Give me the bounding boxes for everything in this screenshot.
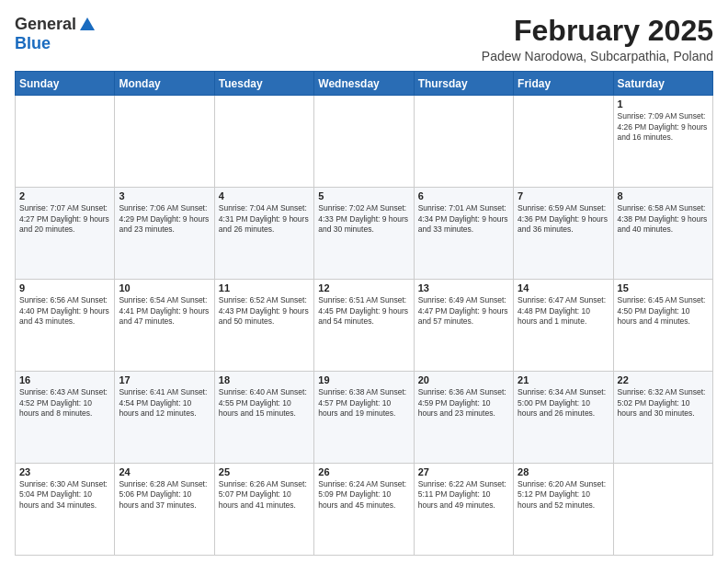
day-info: Sunrise: 7:01 AM Sunset: 4:34 PM Dayligh… — [418, 203, 509, 235]
table-row: 8Sunrise: 6:58 AM Sunset: 4:38 PM Daylig… — [613, 188, 712, 280]
table-row: 20Sunrise: 6:36 AM Sunset: 4:59 PM Dayli… — [414, 372, 513, 464]
day-info: Sunrise: 6:41 AM Sunset: 4:54 PM Dayligh… — [119, 387, 210, 419]
page: General Blue February 2025 Padew Narodow… — [0, 0, 728, 563]
table-row: 13Sunrise: 6:49 AM Sunset: 4:47 PM Dayli… — [414, 280, 513, 372]
day-info: Sunrise: 6:30 AM Sunset: 5:04 PM Dayligh… — [19, 479, 110, 511]
day-info: Sunrise: 6:28 AM Sunset: 5:06 PM Dayligh… — [119, 479, 210, 511]
table-row: 28Sunrise: 6:20 AM Sunset: 5:12 PM Dayli… — [514, 464, 613, 556]
table-row: 9Sunrise: 6:56 AM Sunset: 4:40 PM Daylig… — [16, 280, 115, 372]
logo-blue-text: Blue — [15, 34, 51, 53]
day-number: 5 — [318, 190, 409, 201]
col-wednesday: Wednesday — [314, 72, 414, 96]
day-number: 9 — [19, 282, 110, 293]
header: General Blue February 2025 Padew Narodow… — [15, 15, 713, 63]
day-info: Sunrise: 6:47 AM Sunset: 4:48 PM Dayligh… — [518, 295, 609, 327]
logo-icon — [78, 16, 97, 34]
table-row: 26Sunrise: 6:24 AM Sunset: 5:09 PM Dayli… — [314, 464, 414, 556]
day-info: Sunrise: 7:04 AM Sunset: 4:31 PM Dayligh… — [219, 203, 310, 235]
table-row — [214, 96, 313, 188]
day-info: Sunrise: 6:36 AM Sunset: 4:59 PM Dayligh… — [418, 387, 509, 419]
day-number: 23 — [19, 466, 110, 477]
table-row: 18Sunrise: 6:40 AM Sunset: 4:55 PM Dayli… — [214, 372, 313, 464]
day-info: Sunrise: 6:59 AM Sunset: 4:36 PM Dayligh… — [518, 203, 609, 235]
day-number: 20 — [418, 374, 509, 385]
day-number: 18 — [219, 374, 310, 385]
day-number: 2 — [19, 190, 110, 201]
table-row — [613, 464, 712, 556]
col-monday: Monday — [115, 72, 214, 96]
table-row: 25Sunrise: 6:26 AM Sunset: 5:07 PM Dayli… — [214, 464, 313, 556]
day-number: 1 — [618, 98, 709, 109]
col-thursday: Thursday — [414, 72, 513, 96]
table-row: 22Sunrise: 6:32 AM Sunset: 5:02 PM Dayli… — [613, 372, 712, 464]
day-number: 22 — [618, 374, 709, 385]
table-row: 3Sunrise: 7:06 AM Sunset: 4:29 PM Daylig… — [115, 188, 214, 280]
col-tuesday: Tuesday — [214, 72, 313, 96]
day-info: Sunrise: 6:45 AM Sunset: 4:50 PM Dayligh… — [618, 295, 709, 327]
day-info: Sunrise: 6:38 AM Sunset: 4:57 PM Dayligh… — [318, 387, 409, 419]
calendar-week-row: 1Sunrise: 7:09 AM Sunset: 4:26 PM Daylig… — [16, 96, 713, 188]
table-row — [514, 96, 613, 188]
day-info: Sunrise: 6:56 AM Sunset: 4:40 PM Dayligh… — [19, 295, 110, 327]
day-info: Sunrise: 6:20 AM Sunset: 5:12 PM Dayligh… — [518, 479, 609, 511]
day-info: Sunrise: 7:06 AM Sunset: 4:29 PM Dayligh… — [119, 203, 210, 235]
day-info: Sunrise: 6:40 AM Sunset: 4:55 PM Dayligh… — [219, 387, 310, 419]
day-info: Sunrise: 7:07 AM Sunset: 4:27 PM Dayligh… — [19, 203, 110, 235]
day-info: Sunrise: 6:32 AM Sunset: 5:02 PM Dayligh… — [618, 387, 709, 419]
day-number: 8 — [618, 190, 709, 201]
day-number: 10 — [119, 282, 210, 293]
table-row — [115, 96, 214, 188]
day-number: 11 — [219, 282, 310, 293]
table-row: 6Sunrise: 7:01 AM Sunset: 4:34 PM Daylig… — [414, 188, 513, 280]
table-row: 5Sunrise: 7:02 AM Sunset: 4:33 PM Daylig… — [314, 188, 414, 280]
table-row: 21Sunrise: 6:34 AM Sunset: 5:00 PM Dayli… — [514, 372, 613, 464]
day-number: 26 — [318, 466, 409, 477]
logo-general-text: General — [15, 15, 76, 34]
calendar-header-row: Sunday Monday Tuesday Wednesday Thursday… — [16, 72, 713, 96]
day-info: Sunrise: 6:54 AM Sunset: 4:41 PM Dayligh… — [119, 295, 210, 327]
month-year-title: February 2025 — [482, 15, 713, 47]
table-row: 23Sunrise: 6:30 AM Sunset: 5:04 PM Dayli… — [16, 464, 115, 556]
col-friday: Friday — [514, 72, 613, 96]
day-info: Sunrise: 7:02 AM Sunset: 4:33 PM Dayligh… — [318, 203, 409, 235]
calendar-week-row: 9Sunrise: 6:56 AM Sunset: 4:40 PM Daylig… — [16, 280, 713, 372]
day-info: Sunrise: 6:52 AM Sunset: 4:43 PM Dayligh… — [219, 295, 310, 327]
day-info: Sunrise: 6:43 AM Sunset: 4:52 PM Dayligh… — [19, 387, 110, 419]
location-subtitle: Padew Narodowa, Subcarpathia, Poland — [482, 49, 713, 63]
table-row: 16Sunrise: 6:43 AM Sunset: 4:52 PM Dayli… — [16, 372, 115, 464]
table-row: 11Sunrise: 6:52 AM Sunset: 4:43 PM Dayli… — [214, 280, 313, 372]
svg-marker-0 — [80, 17, 95, 30]
day-number: 27 — [418, 466, 509, 477]
table-row: 14Sunrise: 6:47 AM Sunset: 4:48 PM Dayli… — [514, 280, 613, 372]
col-sunday: Sunday — [16, 72, 115, 96]
day-number: 14 — [518, 282, 609, 293]
day-number: 16 — [19, 374, 110, 385]
day-info: Sunrise: 6:51 AM Sunset: 4:45 PM Dayligh… — [318, 295, 409, 327]
day-number: 24 — [119, 466, 210, 477]
day-info: Sunrise: 6:22 AM Sunset: 5:11 PM Dayligh… — [418, 479, 509, 511]
day-number: 25 — [219, 466, 310, 477]
table-row: 27Sunrise: 6:22 AM Sunset: 5:11 PM Dayli… — [414, 464, 513, 556]
day-number: 3 — [119, 190, 210, 201]
table-row: 2Sunrise: 7:07 AM Sunset: 4:27 PM Daylig… — [16, 188, 115, 280]
day-number: 15 — [618, 282, 709, 293]
day-number: 4 — [219, 190, 310, 201]
calendar-table: Sunday Monday Tuesday Wednesday Thursday… — [15, 71, 713, 556]
table-row: 1Sunrise: 7:09 AM Sunset: 4:26 PM Daylig… — [613, 96, 712, 188]
calendar-week-row: 16Sunrise: 6:43 AM Sunset: 4:52 PM Dayli… — [16, 372, 713, 464]
table-row: 7Sunrise: 6:59 AM Sunset: 4:36 PM Daylig… — [514, 188, 613, 280]
day-number: 6 — [418, 190, 509, 201]
table-row — [314, 96, 414, 188]
title-section: February 2025 Padew Narodowa, Subcarpath… — [482, 15, 713, 63]
table-row: 17Sunrise: 6:41 AM Sunset: 4:54 PM Dayli… — [115, 372, 214, 464]
table-row: 10Sunrise: 6:54 AM Sunset: 4:41 PM Dayli… — [115, 280, 214, 372]
calendar-week-row: 2Sunrise: 7:07 AM Sunset: 4:27 PM Daylig… — [16, 188, 713, 280]
calendar-week-row: 23Sunrise: 6:30 AM Sunset: 5:04 PM Dayli… — [16, 464, 713, 556]
table-row — [16, 96, 115, 188]
day-number: 21 — [518, 374, 609, 385]
day-info: Sunrise: 6:34 AM Sunset: 5:00 PM Dayligh… — [518, 387, 609, 419]
day-info: Sunrise: 6:58 AM Sunset: 4:38 PM Dayligh… — [618, 203, 709, 235]
day-info: Sunrise: 6:49 AM Sunset: 4:47 PM Dayligh… — [418, 295, 509, 327]
table-row: 24Sunrise: 6:28 AM Sunset: 5:06 PM Dayli… — [115, 464, 214, 556]
logo: General Blue — [15, 15, 97, 53]
